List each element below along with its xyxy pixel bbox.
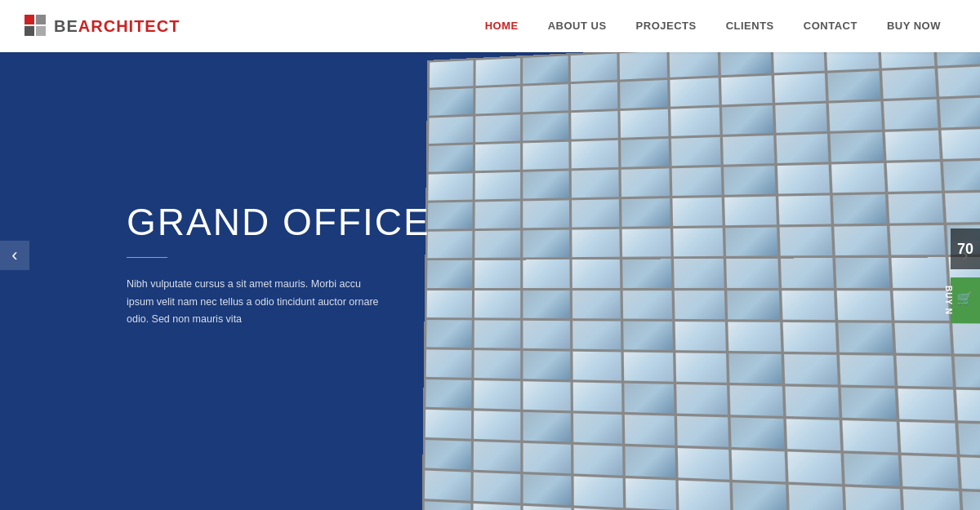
building-cell xyxy=(622,259,671,288)
building-cell xyxy=(721,76,772,105)
building-cell xyxy=(620,51,668,79)
building-cell xyxy=(572,290,621,318)
hero-divider xyxy=(127,257,167,258)
building-cell xyxy=(774,73,826,103)
building-cell xyxy=(523,260,569,288)
building-cell xyxy=(729,353,782,384)
building-cell xyxy=(679,481,731,510)
prev-slide-button[interactable]: ‹ xyxy=(0,241,29,270)
building-cell xyxy=(626,446,676,477)
building-cell xyxy=(941,129,980,159)
building-cell xyxy=(962,491,980,510)
nav-item-buy[interactable]: BUY NOW xyxy=(872,0,956,52)
building-cell xyxy=(474,410,520,440)
building-cell xyxy=(899,422,956,455)
building-cell xyxy=(779,227,832,256)
building-cell xyxy=(670,78,719,106)
building-cell xyxy=(572,170,619,197)
nav-link-contact[interactable]: CONTACT xyxy=(789,0,872,52)
building-cell xyxy=(723,105,773,135)
slide-counter: 70 xyxy=(951,228,980,269)
building-cell xyxy=(621,169,670,197)
building-cell xyxy=(776,134,828,163)
building-cell xyxy=(475,172,521,200)
svg-rect-0 xyxy=(24,15,34,24)
building-cell xyxy=(834,226,889,255)
building-cell xyxy=(938,66,980,97)
building-cell xyxy=(523,142,569,170)
building-cell xyxy=(882,69,937,99)
building-cell xyxy=(958,423,980,455)
building-cell xyxy=(474,441,521,472)
building-cell xyxy=(523,290,570,318)
building-cell xyxy=(571,53,617,82)
building-cell xyxy=(896,355,953,386)
nav-item-about[interactable]: ABOUT US xyxy=(533,0,621,52)
building-cell xyxy=(788,485,843,510)
nav-link-home[interactable]: HOME xyxy=(470,0,533,52)
building-cell xyxy=(671,137,721,166)
logo-text: BEARCHITECT xyxy=(54,17,180,36)
building-cell xyxy=(574,445,623,476)
building-cell xyxy=(523,201,569,228)
building-cell xyxy=(624,352,674,381)
building-cell xyxy=(571,82,617,111)
nav-link-clients[interactable]: CLIENTS xyxy=(711,0,789,52)
building-cell xyxy=(622,228,671,257)
building-cell xyxy=(836,290,891,320)
building-cell xyxy=(727,259,778,287)
building-cell xyxy=(475,115,520,143)
building-cell xyxy=(474,320,521,348)
building-cell xyxy=(954,356,980,388)
building-cell xyxy=(573,351,622,380)
building-cell xyxy=(523,443,572,473)
building-cell xyxy=(835,258,890,287)
building-cell xyxy=(785,386,839,417)
building-cell xyxy=(624,321,674,350)
building-cell xyxy=(625,383,675,413)
building-cell xyxy=(474,290,520,318)
building-cell xyxy=(674,259,724,287)
building-cell xyxy=(675,322,726,351)
nav-link-projects[interactable]: PROJECTS xyxy=(621,0,711,52)
nav-item-projects[interactable]: PROJECTS xyxy=(621,0,711,52)
buy-now-tab[interactable]: 🛒 Buy n xyxy=(951,277,980,323)
building-cell xyxy=(671,108,721,136)
building-cell xyxy=(782,322,836,352)
building-cell xyxy=(475,144,520,171)
building-cell xyxy=(778,196,831,225)
building-cell xyxy=(677,384,728,415)
nav-item-home[interactable]: HOME xyxy=(470,0,533,52)
building-cell xyxy=(572,321,621,349)
nav-item-contact[interactable]: CONTACT xyxy=(789,0,872,52)
building-cell xyxy=(884,131,939,161)
building-cell xyxy=(901,455,959,489)
svg-rect-3 xyxy=(36,26,46,36)
building-cell xyxy=(724,166,776,195)
building-cell xyxy=(832,195,886,224)
building-cell xyxy=(626,478,676,510)
building-cell xyxy=(888,193,943,224)
building-cell xyxy=(676,353,728,383)
logo: BEARCHITECT xyxy=(24,15,180,38)
building-cell xyxy=(523,113,568,140)
buy-now-label: Buy n xyxy=(944,286,953,315)
nav-item-clients[interactable]: CLIENTS xyxy=(711,0,789,52)
nav-link-about[interactable]: ABOUT US xyxy=(533,0,621,52)
building-cell xyxy=(732,450,785,481)
building-cell xyxy=(523,230,569,258)
building-cell xyxy=(889,225,945,255)
building-cell xyxy=(787,451,842,484)
building-cell xyxy=(827,71,880,101)
nav-link-buy[interactable]: BUY NOW xyxy=(872,0,956,52)
building-cell xyxy=(475,202,521,229)
building-cell xyxy=(952,323,980,354)
building-cell xyxy=(674,228,724,257)
building-cell xyxy=(474,380,520,410)
building-cell xyxy=(733,482,786,510)
building-cell xyxy=(523,55,568,83)
building-cell xyxy=(474,350,521,379)
building-cell xyxy=(780,259,833,288)
building-cell xyxy=(726,228,777,256)
building-cell xyxy=(830,132,884,162)
